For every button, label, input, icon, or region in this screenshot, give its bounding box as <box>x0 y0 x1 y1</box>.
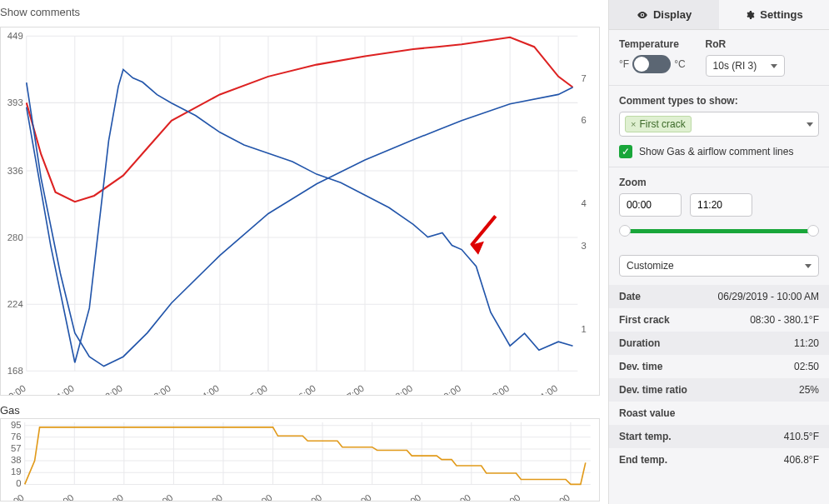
svg-text:01:00: 01:00 <box>51 383 76 395</box>
svg-text:10:00: 10:00 <box>486 383 511 395</box>
svg-text:03:00: 03:00 <box>149 492 174 501</box>
customize-label: Customize <box>627 260 674 272</box>
meta-value: 08:30 - 380.1°F <box>750 314 819 326</box>
svg-text:02:00: 02:00 <box>100 492 125 501</box>
svg-text:06:00: 06:00 <box>292 383 317 395</box>
chevron-down-icon <box>807 122 813 127</box>
svg-text:76: 76 <box>11 432 22 442</box>
svg-text:11:00: 11:00 <box>534 383 559 395</box>
meta-value: 02:50 <box>794 361 819 372</box>
meta-row: First crack08:30 - 380.1°F <box>609 308 829 332</box>
meta-row: End temp.406.8°F <box>609 448 829 472</box>
meta-row: Roast value <box>609 402 829 425</box>
chip-first-crack[interactable]: × First crack <box>625 116 692 132</box>
svg-text:7: 7 <box>581 73 586 83</box>
temperature-unit-toggle[interactable] <box>632 55 671 73</box>
zoom-start-input[interactable] <box>619 193 682 217</box>
meta-key: Start temp. <box>619 431 672 442</box>
svg-text:449: 449 <box>7 31 23 41</box>
svg-text:04:00: 04:00 <box>196 383 221 395</box>
zoom-slider-handle-end[interactable] <box>807 225 819 237</box>
svg-text:02:00: 02:00 <box>99 383 124 395</box>
meta-key: Dev. time ratio <box>619 384 687 396</box>
svg-text:19: 19 <box>11 467 22 477</box>
meta-row: Date06/29/2019 - 10:00 AM <box>609 285 829 308</box>
comment-types-label: Comment types to show: <box>619 95 738 107</box>
svg-text:04:00: 04:00 <box>199 492 224 501</box>
gas-section-title: Gas <box>0 404 600 417</box>
svg-text:05:00: 05:00 <box>244 383 269 395</box>
svg-text:280: 280 <box>7 232 23 242</box>
svg-text:224: 224 <box>7 299 23 309</box>
roast-chart[interactable]: 1682242803363934491346700:0001:0002:0003… <box>0 27 600 396</box>
svg-text:09:00: 09:00 <box>437 383 462 395</box>
svg-text:06:00: 06:00 <box>298 492 323 501</box>
svg-text:00:00: 00:00 <box>2 383 27 395</box>
svg-text:0: 0 <box>16 479 21 489</box>
chip-first-crack-label: First crack <box>639 118 685 130</box>
zoom-slider[interactable] <box>619 223 819 238</box>
temperature-label: Temperature <box>619 38 686 50</box>
svg-text:11:00: 11:00 <box>547 492 572 501</box>
svg-text:10:00: 10:00 <box>497 492 522 501</box>
svg-text:4: 4 <box>581 198 586 208</box>
svg-text:393: 393 <box>7 97 23 107</box>
svg-text:336: 336 <box>7 166 23 176</box>
show-comments-link[interactable]: Show comments <box>0 4 600 23</box>
svg-text:57: 57 <box>11 443 22 453</box>
meta-key: Date <box>619 291 641 302</box>
eye-icon <box>637 9 648 21</box>
chip-remove-icon[interactable]: × <box>631 119 636 129</box>
ror-select[interactable]: 10s (RI 3) <box>706 55 785 77</box>
ror-label: RoR <box>706 38 785 50</box>
roast-meta-table: Date06/29/2019 - 10:00 AMFirst crack08:3… <box>609 285 829 472</box>
svg-line-41 <box>472 216 496 245</box>
meta-key: Dev. time <box>619 361 662 372</box>
meta-key: Roast value <box>619 407 675 419</box>
meta-row: Dev. time02:50 <box>609 355 829 378</box>
meta-row: Duration11:20 <box>609 332 829 355</box>
zoom-end-input[interactable] <box>690 193 752 217</box>
show-gas-checkbox[interactable]: ✓ <box>619 145 632 158</box>
chevron-down-icon <box>771 64 777 68</box>
gear-icon <box>745 10 755 20</box>
meta-key: End temp. <box>619 454 667 466</box>
ror-select-value: 10s (RI 3) <box>713 60 757 72</box>
meta-value: 406.8°F <box>784 454 819 466</box>
chevron-down-icon <box>805 264 812 268</box>
tab-display[interactable]: Display <box>609 0 719 29</box>
meta-value: 25% <box>799 384 819 396</box>
svg-text:168: 168 <box>7 366 23 376</box>
tab-settings[interactable]: Settings <box>719 0 829 29</box>
meta-row: Dev. time ratio25% <box>609 378 829 402</box>
svg-text:00:00: 00:00 <box>1 492 26 501</box>
meta-value: 06/29/2019 - 10:00 AM <box>718 291 819 302</box>
svg-text:07:00: 07:00 <box>341 383 366 395</box>
svg-text:05:00: 05:00 <box>249 492 274 501</box>
customize-select[interactable]: Customize <box>619 255 819 277</box>
comment-types-select[interactable]: × First crack <box>619 112 819 137</box>
svg-text:1: 1 <box>581 324 586 334</box>
unit-f: °F <box>619 58 629 70</box>
tab-display-label: Display <box>653 8 692 21</box>
meta-value: 410.5°F <box>784 431 819 442</box>
svg-text:3: 3 <box>581 241 586 251</box>
unit-c: °C <box>674 58 685 70</box>
zoom-label: Zoom <box>619 177 647 188</box>
svg-text:09:00: 09:00 <box>447 492 472 501</box>
svg-text:03:00: 03:00 <box>147 383 172 395</box>
svg-text:95: 95 <box>11 420 22 430</box>
svg-text:6: 6 <box>581 115 586 125</box>
meta-value: 11:20 <box>794 337 819 349</box>
meta-row: Start temp.410.5°F <box>609 425 829 448</box>
tab-settings-label: Settings <box>760 8 802 21</box>
show-gas-label: Show Gas & airflow comment lines <box>639 146 793 157</box>
svg-text:07:00: 07:00 <box>348 492 373 501</box>
svg-text:01:00: 01:00 <box>50 492 75 501</box>
zoom-slider-handle-start[interactable] <box>619 225 631 237</box>
meta-key: Duration <box>619 337 660 349</box>
svg-text:38: 38 <box>11 455 22 465</box>
meta-key: First crack <box>619 314 670 326</box>
gas-chart[interactable]: 0193857769500:0001:0002:0003:0004:0005:0… <box>0 418 600 502</box>
svg-text:08:00: 08:00 <box>397 492 422 501</box>
